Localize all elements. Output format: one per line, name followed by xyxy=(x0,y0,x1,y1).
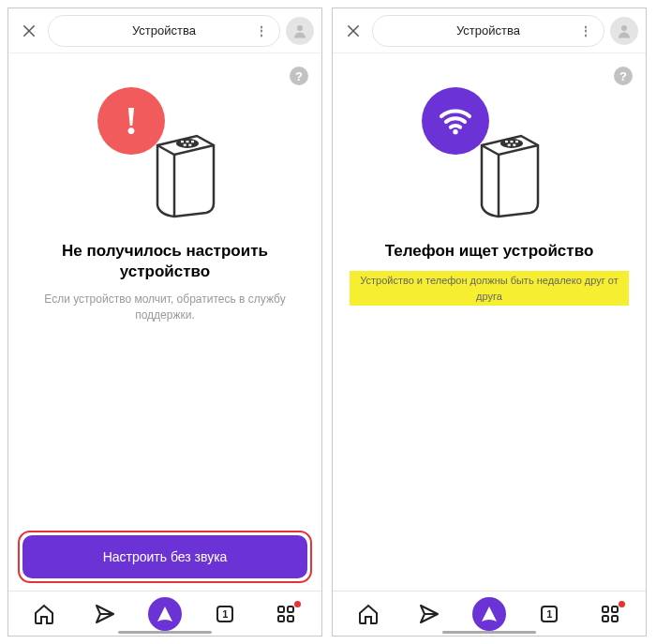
svg-point-1 xyxy=(176,139,199,148)
setup-without-sound-button[interactable]: Настроить без звука xyxy=(22,535,307,578)
svg-rect-11 xyxy=(288,616,293,622)
svg-rect-23 xyxy=(603,616,608,622)
screen-searching: Устройства ⋮ ? xyxy=(332,7,647,637)
home-indicator xyxy=(442,631,536,634)
svg-rect-22 xyxy=(612,607,618,612)
avatar[interactable] xyxy=(286,17,314,45)
svg-point-19 xyxy=(453,129,457,134)
svg-rect-2 xyxy=(181,141,184,142)
nav-home[interactable] xyxy=(348,597,389,631)
avatar[interactable] xyxy=(610,17,638,45)
nav-apps[interactable] xyxy=(265,597,306,631)
svg-point-13 xyxy=(500,139,523,148)
alice-icon xyxy=(148,597,182,631)
bottom-nav: 1 xyxy=(8,591,321,636)
svg-rect-4 xyxy=(191,141,194,142)
svg-rect-17 xyxy=(508,144,511,146)
content-area: ? xyxy=(333,53,646,636)
svg-rect-24 xyxy=(612,616,618,622)
close-button[interactable] xyxy=(16,18,42,44)
svg-point-0 xyxy=(297,25,303,31)
header: Устройства ⋮ xyxy=(8,8,321,53)
screen-error: Устройства ⋮ ? xyxy=(7,7,322,637)
cta-highlight-frame: Настроить без звука xyxy=(18,531,312,583)
bottom-nav: 1 xyxy=(333,591,646,636)
svg-rect-5 xyxy=(184,144,186,146)
alice-icon xyxy=(472,597,506,631)
header-title: Устройства xyxy=(456,23,520,37)
heading: Телефон ищет устройство xyxy=(385,241,594,262)
illustration xyxy=(414,87,564,218)
error-badge-icon: ! xyxy=(97,87,165,155)
tab-count: 1 xyxy=(546,608,552,620)
subtext: Если устройство молчит, обратитесь в слу… xyxy=(25,292,305,323)
exclamation-icon: ! xyxy=(125,98,138,143)
nav-home[interactable] xyxy=(23,597,65,631)
heading: Не получилось настроить устройство xyxy=(25,241,305,282)
wifi-badge-icon xyxy=(422,87,489,155)
svg-rect-8 xyxy=(278,607,284,612)
nav-send[interactable] xyxy=(409,597,450,631)
more-icon: ⋮ xyxy=(579,23,592,38)
home-indicator xyxy=(118,631,212,634)
help-icon[interactable]: ? xyxy=(290,67,308,85)
header: Устройства ⋮ xyxy=(333,8,646,53)
nav-apps[interactable] xyxy=(589,597,631,631)
help-icon[interactable]: ? xyxy=(614,67,633,85)
svg-rect-10 xyxy=(278,616,284,622)
nav-alice[interactable] xyxy=(144,597,186,631)
notification-dot-icon xyxy=(294,601,301,607)
close-button[interactable] xyxy=(340,18,366,44)
nav-tabs[interactable]: 1 xyxy=(529,597,570,631)
illustration: ! xyxy=(90,87,240,218)
svg-rect-6 xyxy=(188,144,191,146)
header-title-pill[interactable]: Устройства ⋮ xyxy=(372,15,604,47)
nav-alice[interactable] xyxy=(469,597,510,631)
nav-send[interactable] xyxy=(84,597,126,631)
content-area: ? ! Не получилось настроить уст xyxy=(8,53,321,636)
nav-tabs[interactable]: 1 xyxy=(204,597,246,631)
tab-count: 1 xyxy=(222,608,228,620)
wifi-icon xyxy=(437,102,474,140)
svg-rect-18 xyxy=(513,144,515,146)
more-icon: ⋮ xyxy=(255,23,268,38)
svg-rect-3 xyxy=(186,141,189,142)
notification-dot-icon xyxy=(619,601,625,607)
header-title-pill[interactable]: Устройства ⋮ xyxy=(48,15,280,47)
svg-rect-14 xyxy=(505,141,508,142)
svg-rect-21 xyxy=(603,607,608,612)
svg-rect-16 xyxy=(515,141,518,142)
header-title: Устройства xyxy=(132,23,196,37)
svg-point-12 xyxy=(621,25,627,31)
subtext-highlighted: Устройство и телефон должны быть недалек… xyxy=(350,271,629,306)
svg-rect-9 xyxy=(288,607,293,612)
svg-rect-15 xyxy=(511,141,514,142)
